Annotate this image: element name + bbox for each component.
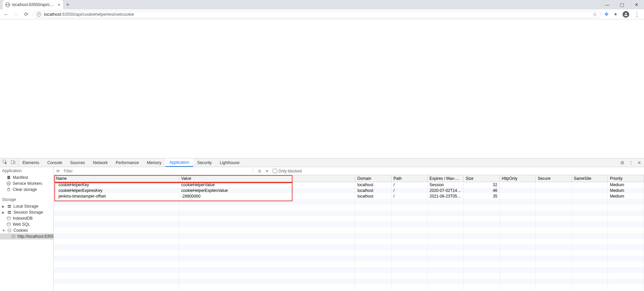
cell-size[interactable]: 35 xyxy=(464,193,500,199)
table-row[interactable]: cookieHelperKeycookieHelperValuelocalhos… xyxy=(54,182,644,188)
browser-tab[interactable]: localhost:63550/api/cookiehel × xyxy=(3,0,63,9)
tab-lighthouse[interactable]: Lighthouse xyxy=(216,158,244,167)
col-priority[interactable]: Priority xyxy=(608,175,644,182)
inspect-element-icon[interactable] xyxy=(3,160,7,165)
cell-name[interactable]: cookieHelperExpiresKey xyxy=(54,188,179,193)
device-toolbar-icon[interactable] xyxy=(11,160,15,165)
sidebar-item-websql[interactable]: Web SQL xyxy=(0,221,53,227)
site-info-icon[interactable]: i xyxy=(37,12,41,17)
cell-httponly[interactable] xyxy=(499,193,536,199)
back-button[interactable]: ← xyxy=(3,11,9,17)
col-httponly[interactable]: HttpOnly xyxy=(499,175,536,182)
sidebar-item-clear-storage[interactable]: Clear storage xyxy=(0,187,53,193)
forward-button[interactable]: → xyxy=(13,11,19,17)
devtools-close-icon[interactable]: ✕ xyxy=(637,160,641,165)
cell-priority[interactable]: Medium xyxy=(608,182,644,188)
cell-priority[interactable]: Medium xyxy=(608,193,644,199)
cell-secure[interactable] xyxy=(536,188,572,193)
sidebar-item-session-storage[interactable]: ▶ Session Storage xyxy=(0,209,53,215)
sidebar-item-cookie-origin[interactable]: http://localhost:63550 xyxy=(0,233,53,239)
tab-elements[interactable]: Elements xyxy=(18,158,43,167)
col-size[interactable]: Size xyxy=(464,175,500,182)
divider xyxy=(253,168,253,174)
address-bar[interactable]: i localhost:63550/api/cookiehelpertest/s… xyxy=(33,11,601,18)
tree-toggle-icon[interactable]: ▼ xyxy=(2,229,5,232)
only-blocked-input[interactable] xyxy=(273,169,277,173)
cell-priority[interactable]: Medium xyxy=(608,188,644,193)
sidebar-item-indexeddb[interactable]: IndexedDB xyxy=(0,215,53,221)
extension-icon[interactable]: ❖ xyxy=(604,11,609,17)
cell-expires[interactable]: 2020-07-02T14:... xyxy=(427,188,464,193)
devtools-settings-icon[interactable]: ⚙ xyxy=(620,160,625,165)
cell-path[interactable]: / xyxy=(391,193,428,199)
cell-samesite[interactable] xyxy=(572,182,608,188)
sidebar-resize-handle[interactable] xyxy=(52,167,53,291)
cell-expires[interactable]: 2021-08-23T05:... xyxy=(427,193,464,199)
sidebar-item-manifest[interactable]: Manifest xyxy=(0,174,53,180)
col-samesite[interactable]: SameSite xyxy=(572,175,608,182)
cell-path[interactable]: / xyxy=(391,182,428,188)
table-row[interactable]: cookieHelperExpiresKeycookieHelperExpite… xyxy=(54,188,644,193)
maximize-button[interactable]: ▢ xyxy=(614,0,629,9)
cell-path[interactable]: / xyxy=(391,188,428,193)
col-expires[interactable]: Expires / Max-A... xyxy=(427,175,464,182)
cell-value[interactable]: cookieHelperExpitesValue xyxy=(179,188,355,193)
tab-security[interactable]: Security xyxy=(193,158,216,167)
col-secure[interactable]: Secure xyxy=(536,175,572,182)
col-value[interactable]: Value xyxy=(179,175,355,182)
cell-value[interactable]: -28800000 xyxy=(179,193,355,199)
cell-size[interactable]: 32 xyxy=(464,182,500,188)
table-row[interactable]: jenkins-timestamper-offset-28800000local… xyxy=(54,193,644,199)
tab-performance[interactable]: Performance xyxy=(112,158,143,167)
url-path: /api/cookiehelpertest/setcookie xyxy=(74,12,134,17)
cell-samesite[interactable] xyxy=(572,193,608,199)
profile-avatar-icon[interactable] xyxy=(623,11,629,18)
col-domain[interactable]: Domain xyxy=(355,175,391,182)
cell-domain[interactable]: localhost xyxy=(355,188,391,193)
cell-name[interactable]: jenkins-timestamper-offset xyxy=(54,193,179,199)
sidebar-section-application: Application xyxy=(0,167,53,174)
tab-network[interactable]: Network xyxy=(89,158,112,167)
table-row xyxy=(54,284,644,290)
bookmark-star-icon[interactable]: ☆ xyxy=(593,11,597,17)
sidebar-item-cookies[interactable]: ▼ Cookies xyxy=(0,227,53,233)
table-row xyxy=(54,244,644,250)
only-blocked-checkbox[interactable]: Only blocked xyxy=(271,169,302,173)
sidebar-item-local-storage[interactable]: ▶ Local Storage xyxy=(0,203,53,209)
new-tab-button[interactable]: + xyxy=(63,0,72,9)
delete-selected-icon[interactable]: ✕ xyxy=(263,169,271,173)
browser-menu-icon[interactable]: ⋮ xyxy=(634,11,640,18)
col-name[interactable]: Name xyxy=(54,175,179,182)
reload-button[interactable]: ⟳ xyxy=(23,11,30,17)
clear-all-icon[interactable]: ⊘ xyxy=(256,169,263,173)
tab-memory[interactable]: Memory xyxy=(143,158,165,167)
svg-point-13 xyxy=(8,230,9,230)
cell-secure[interactable] xyxy=(536,193,572,199)
tab-application[interactable]: Application xyxy=(165,158,193,167)
tree-toggle-icon[interactable]: ▶ xyxy=(2,205,5,208)
svg-rect-7 xyxy=(8,207,11,208)
refresh-cookies-icon[interactable]: ⟳ xyxy=(54,169,62,173)
sidebar-item-service-workers[interactable]: Service Workers xyxy=(0,180,53,187)
tab-console[interactable]: Console xyxy=(43,158,66,167)
cell-samesite[interactable] xyxy=(572,188,608,193)
cell-expires[interactable]: Session xyxy=(427,182,464,188)
tab-sources[interactable]: Sources xyxy=(66,158,89,167)
devtools-menu-icon[interactable]: ⋮ xyxy=(629,160,633,165)
cell-domain[interactable]: localhost xyxy=(355,182,391,188)
cell-secure[interactable] xyxy=(536,182,572,188)
extensions-puzzle-icon[interactable]: ✦ xyxy=(613,11,618,17)
close-window-button[interactable]: ✕ xyxy=(629,0,644,9)
cell-name[interactable]: cookieHelperKey xyxy=(54,182,179,188)
cell-domain[interactable]: localhost xyxy=(355,193,391,199)
filter-input[interactable] xyxy=(62,168,250,174)
minimize-button[interactable]: — xyxy=(600,0,614,9)
cell-httponly[interactable] xyxy=(499,182,536,188)
tree-toggle-icon[interactable]: ▶ xyxy=(2,211,5,214)
cell-size[interactable]: 46 xyxy=(464,188,500,193)
table-row xyxy=(54,256,644,262)
cell-httponly[interactable] xyxy=(499,188,536,193)
col-path[interactable]: Path xyxy=(391,175,428,182)
close-tab-icon[interactable]: × xyxy=(58,2,60,7)
cell-value[interactable]: cookieHelperValue xyxy=(179,182,355,188)
